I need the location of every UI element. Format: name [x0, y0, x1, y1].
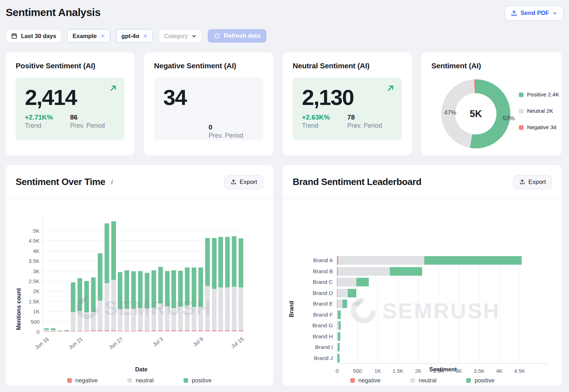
bar-segment-neutral[interactable] [212, 289, 217, 331]
bar-segment-positive[interactable] [91, 277, 96, 312]
bar-segment-negative[interactable] [232, 330, 236, 331]
bar-segment-negative[interactable] [178, 330, 183, 331]
bar-segment-positive[interactable] [165, 271, 170, 306]
bar-segment-neutral[interactable] [124, 308, 129, 330]
bar-segment-neutral[interactable] [178, 307, 183, 330]
bar-segment-positive[interactable] [390, 267, 422, 276]
bar-segment-neutral[interactable] [158, 303, 163, 330]
export-button[interactable]: Export [513, 175, 552, 189]
legend-item-positive[interactable]: Positive 2.4K [519, 91, 560, 98]
bar-segment-positive[interactable] [339, 321, 341, 330]
bar-segment-neutral[interactable] [78, 311, 82, 330]
bar-segment-neutral[interactable] [131, 309, 136, 331]
bar-segment-positive[interactable] [171, 270, 176, 308]
bar-segment-positive[interactable] [225, 237, 230, 287]
bar-segment-negative[interactable] [205, 330, 210, 331]
bar-segment-negative[interactable] [212, 330, 217, 331]
bar-segment-positive[interactable] [145, 273, 149, 308]
legend-item-negative[interactable]: negative [350, 377, 381, 384]
bar-segment-positive[interactable] [51, 328, 55, 330]
bar-segment-positive[interactable] [218, 237, 223, 288]
date-range-filter[interactable]: Last 30 days [6, 29, 62, 43]
bar-segment-positive[interactable] [348, 289, 356, 297]
bar-segment-negative[interactable] [185, 330, 190, 331]
bar-segment-positive[interactable] [356, 278, 369, 286]
bar-segment-negative[interactable] [151, 330, 156, 331]
refresh-data-button[interactable]: Refresh data [208, 29, 266, 43]
legend-item-neutral[interactable]: neutral [127, 377, 153, 384]
bar-segment-neutral[interactable] [105, 283, 109, 330]
legend-item-neutral[interactable]: Neutral 2K [519, 108, 560, 114]
bar-segment-positive[interactable] [84, 281, 89, 312]
bar-segment-positive[interactable] [111, 221, 116, 280]
bar-segment-neutral[interactable] [205, 286, 210, 330]
bar-segment-positive[interactable] [105, 223, 109, 283]
bar-segment-positive[interactable] [118, 272, 122, 309]
bar-segment-neutral[interactable] [192, 307, 196, 330]
bar-segment-positive[interactable] [98, 253, 102, 300]
bar-segment-neutral[interactable] [198, 307, 203, 331]
bar-segment-positive[interactable] [58, 330, 62, 331]
bar-segment-positive[interactable] [185, 267, 190, 306]
bar-segment-positive[interactable] [239, 238, 243, 287]
bar-segment-positive[interactable] [124, 270, 129, 309]
category-dropdown[interactable]: Category [159, 29, 202, 43]
bar-segment-negative[interactable] [118, 331, 122, 331]
bar-segment-neutral[interactable] [44, 330, 49, 331]
bar-segment-positive[interactable] [198, 267, 203, 307]
send-pdf-button[interactable]: Send PDF [505, 6, 563, 21]
filter-chip-example[interactable]: Example ✕ [67, 29, 110, 43]
bar-segment-positive[interactable] [205, 238, 210, 286]
bar-segment-negative[interactable] [225, 330, 230, 331]
bar-segment-neutral[interactable] [185, 306, 190, 330]
bar-segment-neutral[interactable] [145, 308, 149, 330]
bar-segment-neutral[interactable] [165, 306, 170, 330]
bar-segment-neutral[interactable] [232, 287, 236, 330]
legend-item-negative[interactable]: Negative 34 [519, 124, 560, 131]
bar-segment-negative[interactable] [131, 331, 136, 331]
bar-segment-negative[interactable] [218, 330, 223, 331]
bar-segment-neutral[interactable] [338, 267, 390, 276]
legend-item-positive[interactable]: positive [184, 377, 212, 384]
bar-segment-neutral[interactable] [171, 308, 176, 331]
legend-item-negative[interactable]: negative [67, 377, 97, 384]
bar-segment-negative[interactable] [84, 331, 89, 331]
bar-segment-positive[interactable] [44, 328, 49, 330]
bar-segment-positive[interactable] [192, 267, 196, 307]
bar-segment-negative[interactable] [198, 330, 203, 331]
bar-segment-positive[interactable] [342, 300, 347, 308]
bar-segment-positive[interactable] [338, 311, 341, 319]
bar-segment-neutral[interactable] [138, 308, 143, 330]
bar-segment-positive[interactable] [338, 332, 340, 341]
bar-segment-neutral[interactable] [71, 312, 75, 331]
bar-segment-positive[interactable] [338, 343, 340, 351]
info-icon[interactable]: i [110, 178, 112, 186]
bar-segment-neutral[interactable] [218, 287, 223, 330]
bar-segment-neutral[interactable] [337, 289, 348, 297]
bar-segment-negative[interactable] [91, 330, 96, 331]
bar-segment-neutral[interactable] [337, 278, 356, 286]
bar-segment-positive[interactable] [64, 330, 69, 331]
bar-segment-neutral[interactable] [51, 330, 55, 331]
bar-segment-negative[interactable] [98, 330, 102, 331]
bar-segment-negative[interactable] [239, 330, 243, 331]
bar-segment-neutral[interactable] [118, 309, 122, 331]
bar-segment-negative[interactable] [71, 331, 75, 331]
bar-segment-positive[interactable] [212, 238, 217, 289]
bar-segment-positive[interactable] [71, 282, 75, 312]
bar-segment-negative[interactable] [78, 331, 82, 331]
bar-segment-negative[interactable] [171, 330, 176, 331]
legend-item-neutral[interactable]: neutral [410, 377, 436, 384]
bar-segment-negative[interactable] [124, 331, 129, 331]
bar-segment-positive[interactable] [131, 271, 136, 308]
bar-segment-positive[interactable] [178, 271, 183, 307]
bar-segment-negative[interactable] [165, 330, 170, 331]
bar-segment-positive[interactable] [78, 278, 82, 311]
bar-segment-neutral[interactable] [151, 308, 156, 331]
bar-segment-neutral[interactable] [225, 287, 230, 331]
bar-segment-positive[interactable] [424, 256, 522, 265]
bar-segment-neutral[interactable] [84, 312, 89, 330]
bar-segment-neutral[interactable] [239, 287, 243, 331]
bar-segment-negative[interactable] [105, 330, 109, 331]
remove-chip-icon[interactable]: ✕ [100, 33, 105, 39]
